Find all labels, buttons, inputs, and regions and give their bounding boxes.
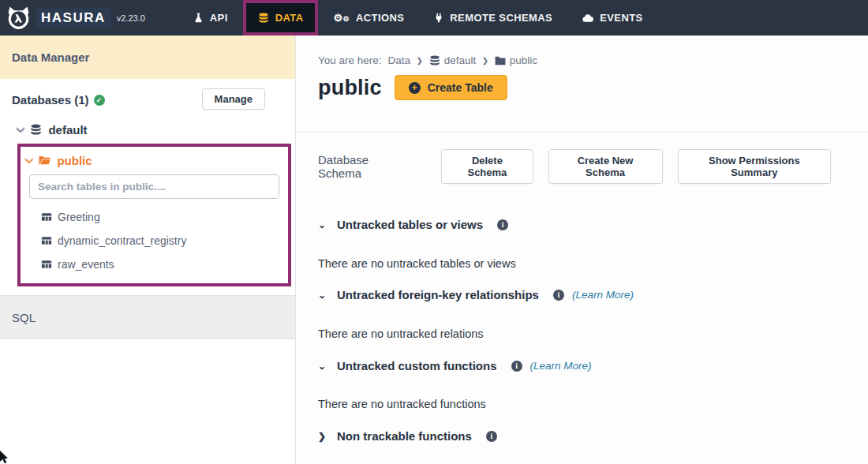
- table-search-input[interactable]: [29, 174, 279, 199]
- section-untracked-tables[interactable]: ⌄ Untracked tables or views i: [318, 218, 846, 231]
- sidebar-item-sql[interactable]: SQL: [0, 295, 295, 339]
- chevron-down-icon: ⌄: [318, 290, 329, 301]
- chevron-down-icon: ❯: [25, 155, 34, 165]
- table-icon: [41, 259, 52, 270]
- section-untracked-fk-relationships[interactable]: ⌄ Untracked foreign-key relationships i …: [318, 288, 846, 301]
- chevron-right-icon: ❯: [482, 57, 488, 65]
- section-title: Untracked tables or views: [337, 218, 483, 231]
- nav-tab-label: API: [210, 12, 228, 24]
- flask-icon: [193, 13, 204, 23]
- table-item[interactable]: raw_events: [21, 253, 288, 276]
- delete-schema-button[interactable]: Delete Schema: [441, 149, 533, 184]
- gears-icon: ⚙⚙: [333, 13, 350, 23]
- database-schema-row: Database Schema Delete Schema Create New…: [318, 149, 846, 184]
- nav-tab-remote-schemas[interactable]: REMOTE SCHEMAS: [419, 0, 567, 36]
- databases-row: Databases (1) ✓ Manage: [0, 79, 295, 120]
- data-manager-label: Data Manager: [12, 51, 89, 64]
- manage-button[interactable]: Manage: [202, 88, 265, 110]
- create-new-schema-button[interactable]: Create New Schema: [548, 149, 663, 184]
- nav-tab-api[interactable]: API: [178, 0, 243, 36]
- tree-item-database-default[interactable]: ❯ default: [0, 120, 295, 139]
- nav-tab-data[interactable]: DATA: [243, 0, 319, 36]
- breadcrumb-item-data[interactable]: Data: [388, 54, 411, 66]
- info-icon[interactable]: i: [553, 290, 564, 301]
- learn-more-link[interactable]: (Learn More): [572, 289, 634, 301]
- empty-state-text: There are no untracked relations: [318, 327, 846, 340]
- hasura-logo-icon: [6, 6, 31, 30]
- sql-label: SQL: [12, 311, 36, 324]
- table-name: dynamic_contract_registry: [58, 234, 186, 247]
- table-name: Greeting: [58, 211, 100, 223]
- database-name: default: [48, 123, 87, 137]
- database-schema-label: Database Schema: [318, 153, 406, 180]
- info-icon[interactable]: i: [511, 361, 522, 372]
- section-title: Non trackable functions: [337, 429, 472, 443]
- mouse-cursor: [0, 451, 11, 464]
- title-row: public + Create Table: [318, 73, 868, 103]
- database-icon: [258, 13, 269, 24]
- data-sidebar: Data Manager Databases (1) ✓ Manage ❯ de…: [0, 36, 296, 464]
- breadcrumb-prefix: You are here:: [318, 54, 382, 66]
- plug-icon: [434, 13, 443, 23]
- empty-state-text: There are no untracked functions: [318, 398, 846, 410]
- database-icon: [429, 55, 440, 66]
- section-title: Untracked custom functions: [337, 359, 497, 372]
- table-item[interactable]: Greeting: [21, 205, 288, 229]
- nav-tab-events[interactable]: EVENTS: [567, 0, 657, 36]
- hasura-brand[interactable]: HASURA v2.23.0: [0, 0, 156, 36]
- folder-icon: [495, 56, 506, 65]
- connected-check-icon: ✓: [94, 95, 105, 106]
- table-icon: [41, 211, 52, 223]
- section-title: Untracked foreign-key relationships: [337, 288, 539, 301]
- breadcrumb-item-default[interactable]: default: [429, 54, 477, 66]
- chevron-right-icon: ❯: [318, 431, 329, 442]
- table-icon: [41, 235, 52, 246]
- show-permissions-summary-button[interactable]: Show Permissions Summary: [678, 149, 831, 184]
- data-manager-header: Data Manager: [0, 36, 295, 79]
- nav-tab-actions[interactable]: ⚙⚙ ACTIONS: [318, 0, 419, 36]
- breadcrumb: You are here: Data ❯ default ❯ public: [318, 54, 868, 66]
- nav-tab-label: REMOTE SCHEMAS: [450, 12, 552, 24]
- chevron-down-icon: ⌄: [318, 361, 329, 372]
- nav-tab-label: ACTIONS: [356, 12, 404, 24]
- section-divider: [296, 132, 868, 133]
- databases-label: Databases (1) ✓: [12, 93, 105, 107]
- breadcrumb-item-public[interactable]: public: [495, 54, 537, 66]
- nav-tab-label: DATA: [275, 12, 304, 24]
- info-icon[interactable]: i: [486, 431, 497, 442]
- annotation-box-public-schema: ❯ public Greeting: [17, 144, 291, 286]
- tree-item-schema-public[interactable]: ❯ public: [21, 147, 288, 167]
- database-icon: [30, 124, 42, 136]
- empty-state-text: There are no untracked tables or views: [318, 257, 846, 270]
- cloud-icon: [582, 13, 593, 23]
- chevron-down-icon: ⌄: [318, 219, 329, 230]
- table-name: raw_events: [58, 258, 114, 271]
- table-item[interactable]: dynamic_contract_registry: [21, 229, 288, 253]
- plus-circle-icon: +: [409, 82, 421, 94]
- nav-tabs: API DATA ⚙⚙ ACTIONS REMOTE SCHEMAS: [178, 0, 658, 36]
- info-icon[interactable]: i: [497, 219, 508, 230]
- chevron-down-icon: ❯: [17, 125, 25, 134]
- section-untracked-custom-functions[interactable]: ⌄ Untracked custom functions i (Learn Mo…: [318, 359, 846, 372]
- table-list: Greeting dynamic_contract_registry: [21, 205, 288, 276]
- main-content: You are here: Data ❯ default ❯ public pu…: [296, 36, 868, 464]
- chevron-right-icon: ❯: [417, 57, 423, 65]
- brand-name: HASURA: [36, 8, 111, 28]
- page-title: public: [318, 76, 382, 100]
- schema-name: public: [57, 154, 92, 167]
- nav-tab-label: EVENTS: [600, 12, 642, 24]
- section-non-trackable-functions[interactable]: ❯ Non trackable functions i: [318, 429, 846, 443]
- learn-more-link[interactable]: (Learn More): [530, 360, 592, 372]
- create-table-button[interactable]: + Create Table: [395, 75, 507, 100]
- brand-version: v2.23.0: [117, 13, 145, 23]
- top-nav: HASURA v2.23.0 API DATA ⚙⚙ ACTIONS: [0, 0, 868, 36]
- folder-open-icon: [39, 155, 51, 166]
